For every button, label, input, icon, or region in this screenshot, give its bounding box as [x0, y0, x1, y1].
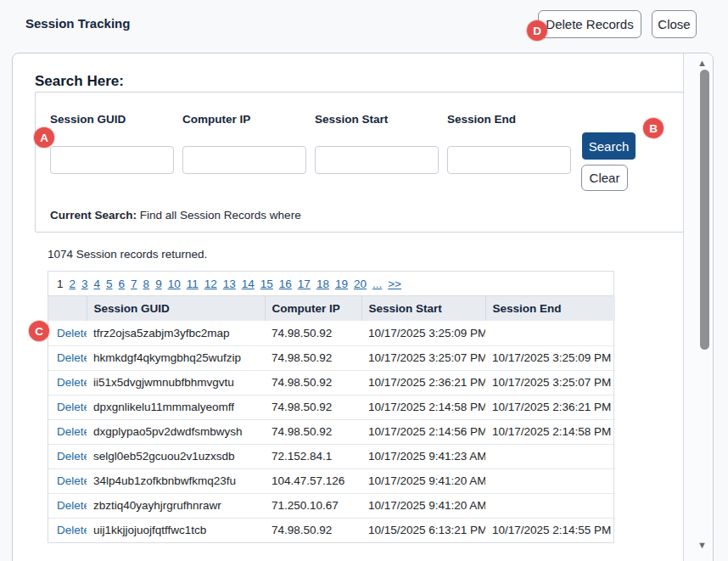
clear-button[interactable]: Clear — [581, 165, 628, 191]
delete-link[interactable]: Delete — [57, 425, 87, 438]
table-row: Deleteii51x5dvgjwmnubfbhmvgvtu74.98.50.9… — [48, 370, 615, 395]
pagination-page-15[interactable]: 15 — [260, 278, 273, 290]
session-table-body: Deletetfrz2ojsa5zabjm3yfbc2map74.98.50.9… — [48, 321, 615, 542]
records-summary: 1074 Session records returned. — [48, 248, 207, 261]
cell-start: 10/17/2025 9:41:23 AM — [361, 444, 485, 468]
computer-ip-label: Computer IP — [182, 113, 250, 126]
delete-link[interactable]: Delete — [57, 474, 87, 487]
pagination-page-18[interactable]: 18 — [316, 278, 329, 290]
scrollbar-thumb[interactable] — [700, 70, 709, 350]
cell-ip: 74.98.50.92 — [265, 345, 361, 370]
table-row: Deleteselgl0eb52gcuou2v1uzxsdb72.152.84.… — [48, 444, 615, 468]
cell-actions: Delete — [48, 444, 87, 468]
delete-link[interactable]: Delete — [57, 401, 87, 413]
pagination-page-9[interactable]: 9 — [155, 278, 162, 290]
pagination-page-13[interactable]: 13 — [223, 278, 236, 290]
pagination-page-12[interactable]: 12 — [204, 278, 217, 290]
cell-end: 10/17/2025 3:25:09 PM — [485, 345, 615, 370]
close-button[interactable]: Close — [652, 10, 697, 38]
column-header-computer-ip: Computer IP — [265, 296, 361, 321]
delete-link[interactable]: Delete — [57, 499, 87, 512]
cell-guid: tfrz2ojsa5zabjm3yfbc2map — [87, 321, 265, 345]
table-row: Deletedpxgnlikelu11mmmalyeomff74.98.50.9… — [48, 395, 615, 419]
computer-ip-input[interactable] — [182, 146, 306, 174]
session-guid-label: Session GUID — [50, 113, 126, 126]
cell-start: 10/17/2025 9:41:20 AM — [361, 468, 485, 493]
pagination-page-8[interactable]: 8 — [143, 278, 150, 290]
session-start-input[interactable] — [315, 146, 439, 174]
cell-guid: ii51x5dvgjwmnubfbhmvgvtu — [87, 370, 265, 395]
column-header-session-guid: Session GUID — [87, 296, 265, 321]
scrollbar: ▲ ▼ — [683, 53, 713, 561]
results-table-container: 1234567891011121314151617181920...>> Ses… — [48, 271, 614, 543]
cell-ip: 71.250.10.67 — [265, 493, 361, 518]
session-table: Session GUIDComputer IPSession StartSess… — [48, 296, 615, 542]
search-button[interactable]: Search — [582, 132, 636, 160]
cell-end: 10/17/2025 2:14:55 PM — [485, 518, 615, 542]
table-row: Deletetfrz2ojsa5zabjm3yfbc2map74.98.50.9… — [48, 321, 615, 345]
pagination-next[interactable]: >> — [388, 278, 401, 290]
current-search-label: Current Search: — [50, 209, 137, 222]
table-row: Delete34lp4ub1zofkbnbwfkmq23fu104.47.57.… — [48, 468, 615, 493]
table-row: Deleteuij1kkjjojuojfqtffwc1tcb74.98.50.9… — [48, 518, 615, 542]
delete-link[interactable]: Delete — [57, 351, 87, 364]
cell-actions: Delete — [48, 321, 87, 345]
session-start-label: Session Start — [315, 113, 388, 126]
session-guid-input[interactable] — [50, 146, 174, 174]
pagination-page-4[interactable]: 4 — [94, 278, 101, 290]
cell-end — [485, 493, 615, 518]
column-header-session-start: Session Start — [361, 296, 485, 321]
pagination-page-19[interactable]: 19 — [335, 278, 348, 290]
annotation-badge-d: D — [527, 20, 547, 41]
cell-guid: dpxgnlikelu11mmmalyeomff — [87, 395, 265, 419]
pagination-page-7[interactable]: 7 — [131, 278, 137, 290]
column-header-actions — [48, 296, 87, 321]
delete-link[interactable]: Delete — [57, 376, 87, 389]
annotation-badge-c: C — [29, 321, 49, 341]
session-table-header: Session GUIDComputer IPSession StartSess… — [48, 296, 615, 321]
pagination-page-16[interactable]: 16 — [279, 278, 292, 290]
cell-end — [485, 468, 615, 493]
cell-start: 10/17/2025 2:36:21 PM — [361, 370, 485, 395]
cell-end — [485, 444, 615, 468]
cell-guid: uij1kkjjojuojfqtffwc1tcb — [87, 518, 265, 542]
cell-ip: 74.98.50.92 — [265, 321, 361, 345]
pagination-page-17[interactable]: 17 — [298, 278, 311, 290]
cell-ip: 74.98.50.92 — [265, 370, 361, 395]
pagination-page-11[interactable]: 11 — [187, 278, 199, 290]
cell-ip: 104.47.57.126 — [265, 468, 361, 493]
table-row: Deletedxgplypao5pv2dwdfsmbwysh74.98.50.9… — [48, 419, 615, 444]
current-search: Current Search: Find all Session Records… — [50, 209, 301, 222]
cell-start: 10/15/2025 6:13:21 PM — [361, 518, 485, 542]
page-title: Session Tracking — [25, 16, 130, 31]
delete-link[interactable]: Delete — [57, 524, 87, 536]
pagination-page-3[interactable]: 3 — [81, 278, 88, 290]
delete-link[interactable]: Delete — [57, 450, 87, 463]
table-row: Deletezbztiq40yayhjrgrufhnrawr71.250.10.… — [48, 493, 615, 518]
cell-start: 10/17/2025 2:14:56 PM — [361, 419, 485, 444]
pagination: 1234567891011121314151617181920...>> — [48, 272, 613, 296]
session-end-input[interactable] — [447, 146, 571, 174]
scroll-down-icon[interactable]: ▼ — [697, 541, 707, 550]
scroll-up-icon[interactable]: ▲ — [697, 59, 707, 68]
pagination-page-10[interactable]: 10 — [168, 278, 181, 290]
cell-ip: 74.98.50.92 — [265, 419, 361, 444]
cell-ip: 74.98.50.92 — [265, 518, 361, 542]
cell-actions: Delete — [48, 419, 87, 444]
cell-actions: Delete — [48, 468, 87, 493]
cell-start: 10/17/2025 3:25:07 PM — [361, 345, 485, 370]
session-end-label: Session End — [447, 113, 516, 126]
pagination-page-6[interactable]: 6 — [119, 278, 126, 290]
pagination-page-20[interactable]: 20 — [354, 278, 367, 290]
delete-records-button[interactable]: Delete Records — [538, 10, 641, 38]
pagination-page-14[interactable]: 14 — [242, 278, 255, 290]
pagination-page-2[interactable]: 2 — [70, 278, 76, 290]
delete-link[interactable]: Delete — [57, 327, 87, 339]
cell-end: 10/17/2025 2:36:21 PM — [485, 395, 615, 419]
pagination-ellipsis[interactable]: ... — [372, 278, 382, 290]
cell-guid: zbztiq40yayhjrgrufhnrawr — [87, 493, 265, 518]
search-form: Session GUID Computer IP Session Start S… — [35, 92, 684, 233]
cell-ip: 74.98.50.92 — [265, 395, 361, 419]
pagination-page-5[interactable]: 5 — [106, 278, 113, 290]
session-tracking-panel: Search Here: Session GUID Computer IP Se… — [12, 53, 714, 561]
